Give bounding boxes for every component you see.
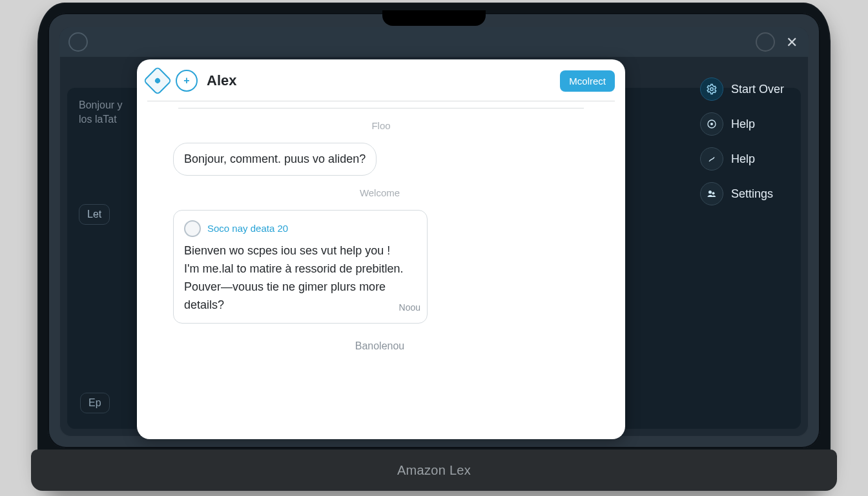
avatar-icon — [184, 220, 201, 237]
divider — [178, 108, 584, 108]
menu-label: Help — [731, 152, 755, 166]
screen: ✕ Ekanalols: El Bonjour y los laTat Let … — [48, 13, 820, 448]
card-header: + Alex Mcolrect — [137, 59, 625, 101]
menu-help-2[interactable]: Help — [700, 147, 797, 170]
svg-point-3 — [708, 191, 712, 194]
message-author: Soco nay deata 20 — [184, 220, 417, 238]
chat-area: Bonjour, comment. puus vo aliden? Welcom… — [137, 131, 625, 352]
laptop-brand: Amazon Lex — [397, 463, 471, 478]
meta-mid: Welcome — [173, 187, 586, 198]
bot-message: Bonjour, comment. puus vo aliden? — [173, 143, 377, 176]
avatar-icon — [68, 32, 88, 52]
plus-icon[interactable]: + — [176, 70, 198, 92]
background-chip-left[interactable]: Let — [79, 204, 110, 225]
menu-settings[interactable]: Settings — [700, 182, 797, 205]
chat-card: + Alex Mcolrect Floo Bonjour, comment. p… — [137, 59, 625, 439]
gear-icon — [700, 78, 723, 101]
meta-top: Floo — [137, 120, 625, 131]
menu-label: Help — [731, 118, 755, 131]
bubble-row: Bonjour, comment. puus vo aliden? — [173, 143, 586, 176]
primary-button[interactable]: Mcolrect — [560, 70, 615, 92]
card-title: Alex — [207, 72, 236, 89]
right-menu: Start Over Help Help — [700, 78, 797, 205]
info-icon — [700, 112, 723, 136]
background-hint: Bonjour y los laTat — [79, 98, 123, 127]
message-tag: Noou — [399, 298, 420, 316]
background-chip-bottom[interactable]: Ep — [80, 393, 110, 413]
laptop-bottombar: Amazon Lex — [31, 450, 837, 491]
help-icon — [700, 147, 723, 170]
menu-label: Settings — [731, 187, 773, 201]
avatar-icon[interactable] — [756, 32, 775, 52]
meta-bottom: Banolenou — [173, 340, 586, 352]
people-icon — [700, 182, 723, 205]
menu-start-over[interactable]: Start Over — [700, 78, 797, 101]
assistant-message: Soco nay deata 20 Bienven wo scpes iou s… — [173, 210, 428, 324]
laptop-frame: ✕ Ekanalols: El Bonjour y los laTat Let … — [37, 3, 831, 491]
svg-point-0 — [710, 88, 714, 91]
close-icon[interactable]: ✕ — [784, 34, 800, 50]
divider — [147, 101, 615, 101]
menu-help-1[interactable]: Help — [700, 112, 797, 136]
topbar: ✕ — [59, 27, 809, 57]
svg-point-2 — [711, 123, 713, 125]
menu-label: Start Over — [731, 83, 784, 96]
author-name: Soco nay deata 20 — [207, 220, 288, 238]
message-text: Bienven wo scpes iou ses vut help you ! … — [184, 242, 417, 314]
brand-icon — [143, 66, 172, 95]
svg-point-4 — [712, 192, 715, 194]
